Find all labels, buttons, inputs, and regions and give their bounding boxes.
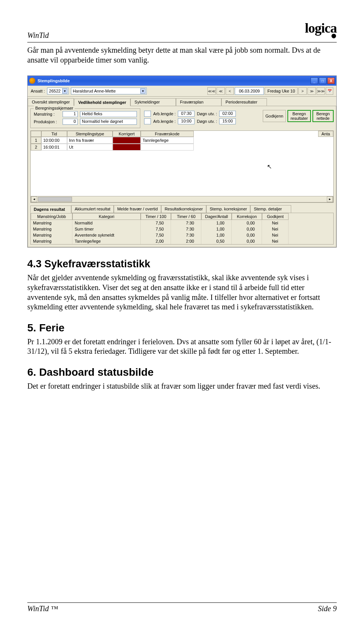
- grid-corner: [31, 131, 41, 137]
- beregn-rettede-button[interactable]: Beregn rettede: [312, 110, 334, 122]
- korrigert-cell[interactable]: [113, 137, 141, 144]
- calendar-icon[interactable]: 📅: [326, 87, 333, 95]
- subtab-stemp-korr[interactable]: Stemp. korreksjoner: [206, 205, 250, 213]
- scroll-left-icon[interactable]: ◄: [31, 196, 37, 202]
- subtab-stemp-detaljer[interactable]: Stemp. detaljer: [250, 205, 291, 213]
- subtab-melde-fravaer[interactable]: Melde fravær / overtid: [114, 205, 161, 213]
- date-field[interactable]: 06.03.2009: [235, 87, 264, 95]
- page-header: WinTid logica ●: [27, 23, 337, 42]
- subtab-resultatkorr[interactable]: Resultatkorreksjoner: [161, 205, 206, 213]
- check1[interactable]: [144, 111, 151, 117]
- grid-blank-area: [31, 151, 333, 196]
- cursor-icon: ↖: [267, 163, 272, 170]
- tab-sykmeldinger[interactable]: Sykmeldinger: [130, 98, 176, 106]
- nav-back-button[interactable]: <: [226, 87, 234, 95]
- ansatt-code-dropdown[interactable]: 26522 ▼: [47, 88, 69, 94]
- ansatt-name-dropdown[interactable]: Haraldsrud Anne-Mette ▼: [71, 88, 147, 94]
- subtab-dagens-resultat[interactable]: Dagens resultat: [30, 205, 71, 213]
- nav-fastfwd-button[interactable]: ≫: [308, 87, 316, 95]
- subtab-akkumulert[interactable]: Akkumulert resultat: [71, 205, 114, 213]
- section-4-3-body: Når det gjelder avventende sykmelding og…: [27, 273, 337, 312]
- beregningsskjemaer-box: Beregningsskjemaer Mønstring : 1 Heltid …: [30, 108, 140, 128]
- rh-kategori: Kategori: [72, 213, 141, 220]
- col-tid: Tid: [41, 131, 67, 137]
- tab-oversikt[interactable]: Oversikt stemplinger: [28, 98, 74, 106]
- nav-fastback-button[interactable]: ≪: [217, 87, 225, 95]
- rh-godkjent: Godkjent: [262, 213, 289, 220]
- nav-first-button[interactable]: ≪≪: [207, 87, 216, 95]
- result-row[interactable]: Mønstring Tannlege/lege 2,00 2:00 0,50 0…: [31, 238, 333, 244]
- minimize-button[interactable]: _: [311, 77, 318, 84]
- arb1-value[interactable]: 07:30: [178, 111, 195, 117]
- close-button[interactable]: X: [327, 77, 335, 84]
- korrigert-cell[interactable]: [113, 144, 141, 151]
- col-korrigert: Korrigert: [113, 131, 141, 137]
- result-table: Mønstring/Jobb Kategori Timer / 100 Time…: [30, 213, 334, 245]
- arb1-label: Arb.lengde :: [153, 111, 176, 116]
- footer-page: Side 9: [318, 604, 337, 613]
- rh-monstring: Mønstring/Jobb: [31, 213, 72, 220]
- tab-body: Beregningsskjemaer Mønstring : 1 Heltid …: [28, 106, 336, 247]
- stemplinger-grid: Tid Stemplingstype Korrigert Fraværskode…: [30, 130, 334, 203]
- col-fravaerskode: Fraværskode: [141, 131, 194, 137]
- section-4-3-title: 4.3 Sykefraværsstatistikk: [27, 258, 337, 270]
- monstring-text[interactable]: Heltid fleks: [80, 111, 137, 117]
- week-display: Fredag Uke 10: [265, 87, 298, 95]
- app-screenshot: Stemplingsbilde _ □ X Ansatt : 26522 ▼ H…: [27, 75, 337, 248]
- footer-product: WinTid ™: [27, 604, 58, 613]
- rh-dager: Dager/Antall: [201, 213, 232, 220]
- arb2-value[interactable]: 10:00: [178, 118, 195, 124]
- produksjon-label: Produksjon :: [34, 119, 60, 124]
- dogn1-value[interactable]: 02:00: [219, 111, 236, 117]
- grid-row[interactable]: 2 16:00:01 Ut: [31, 144, 333, 151]
- section-5-body: Pr 1.1.2009 er det foretatt endringer i …: [27, 337, 337, 356]
- godkjenn-button[interactable]: Godkjenn: [263, 110, 286, 122]
- tab-vedlikehold[interactable]: Vedlikehold stemplinger: [74, 99, 130, 106]
- section-5-title: 5. Ferie: [27, 322, 337, 334]
- col-stemplingstype: Stemplingstype: [67, 131, 113, 137]
- ansatt-label: Ansatt :: [31, 89, 45, 93]
- monstring-value[interactable]: 1: [63, 111, 78, 117]
- rh-t60: Timer / 60: [171, 213, 201, 220]
- arb2-label: Arb.lengde :: [153, 119, 176, 124]
- monstring-label: Mønstring :: [34, 112, 60, 116]
- result-row[interactable]: Mønstring Sum timer 7,50 7:30 1,00 0,00 …: [31, 226, 333, 232]
- tab-perioderesultater[interactable]: Perioderesultater: [221, 98, 267, 106]
- produksjon-text[interactable]: Normaltid hele døgnet: [80, 119, 137, 125]
- window-titlebar: Stemplingsbilde _ □ X: [28, 76, 336, 86]
- col-anta: Anta: [318, 131, 333, 137]
- section-6-title: 6. Dashboard statusbilde: [27, 366, 337, 378]
- grid-row[interactable]: 1 10:00:00 Inn fra fravær Tannlege/lege: [31, 137, 333, 144]
- result-row[interactable]: Mønstring Avventende sykmeldt 7,50 7:30 …: [31, 232, 333, 238]
- maximize-button[interactable]: □: [319, 77, 326, 84]
- horizontal-scrollbar[interactable]: ◄ ►: [31, 196, 333, 202]
- result-row[interactable]: Mønstring Normaltid 7,50 7:30 1,00 0,00 …: [31, 220, 333, 226]
- produksjon-value[interactable]: 0: [63, 119, 78, 125]
- intro-paragraph: Går man på avventende sykmelding betyr d…: [27, 45, 337, 65]
- scroll-right-icon[interactable]: ►: [327, 196, 333, 202]
- nav-last-button[interactable]: ≫≫: [317, 87, 325, 95]
- dogn2-value[interactable]: 15:00: [219, 118, 236, 124]
- logica-logo: logica ●: [305, 23, 337, 40]
- schema-box-title: Beregningsskjemaer: [34, 106, 75, 110]
- check2[interactable]: [144, 118, 151, 124]
- rh-t100: Timer / 100: [141, 213, 171, 220]
- dogn1-label: Døgn utv. :: [197, 111, 217, 116]
- nav-fwd-button[interactable]: >: [298, 87, 307, 95]
- rh-korreksjon: Korreksjon: [232, 213, 262, 220]
- page-footer: WinTid ™ Side 9: [27, 602, 337, 613]
- result-sub-tabs: Dagens resultat Akkumulert resultat Meld…: [30, 205, 334, 213]
- chevron-down-icon: ▼: [140, 88, 146, 94]
- header-product: WinTid: [27, 31, 49, 40]
- section-6-body: Det er foretatt endringer i statusbilde …: [27, 381, 337, 391]
- app-icon: [29, 78, 35, 84]
- tab-fravaersplan[interactable]: Fraværsplan: [176, 98, 221, 106]
- employee-toolbar: Ansatt : 26522 ▼ Haraldsrud Anne-Mette ▼…: [28, 86, 336, 97]
- window-title: Stemplingsbilde: [38, 78, 70, 83]
- scroll-thumb[interactable]: [38, 197, 72, 202]
- beregn-resultater-button[interactable]: Beregn resultater: [287, 110, 311, 122]
- chevron-down-icon: ▼: [62, 88, 67, 94]
- main-tabs: Oversikt stemplinger Vedlikehold stempli…: [28, 97, 336, 106]
- dogn2-label: Døgn utv. :: [197, 119, 217, 124]
